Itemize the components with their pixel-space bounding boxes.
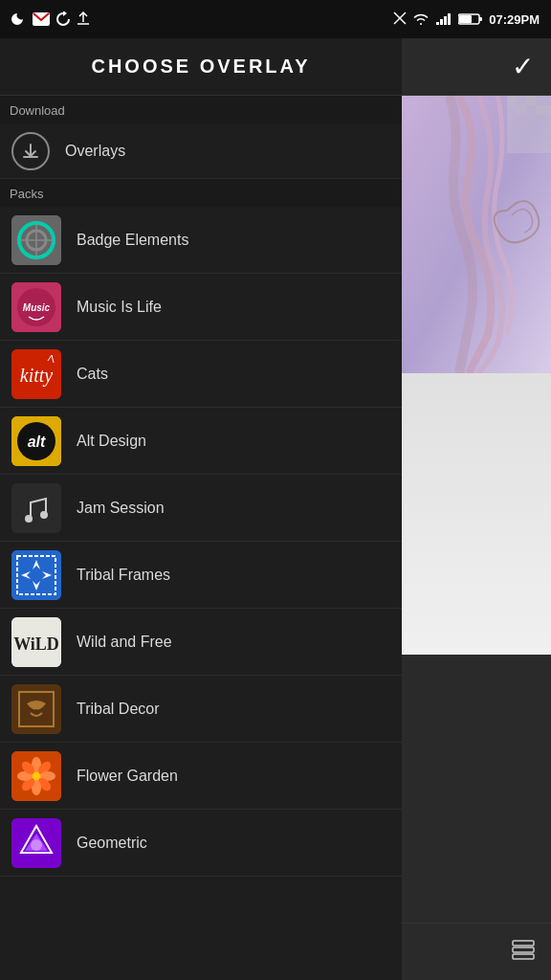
list-item[interactable]: kitty Cats — [0, 341, 402, 408]
signal-bars-icon — [435, 12, 452, 26]
svg-rect-56 — [513, 954, 534, 959]
jam-session-label: Jam Session — [77, 500, 165, 517]
svg-rect-6 — [448, 13, 451, 25]
cats-label: Cats — [77, 366, 108, 383]
tribal-frames-label: Tribal Frames — [77, 567, 170, 584]
page-title: CHOOSE OVERLAY — [91, 56, 310, 78]
preview-top-image — [402, 96, 551, 373]
geometric-label: Geometric — [77, 835, 147, 852]
overlay-list[interactable]: Download Overlays Packs — [0, 96, 402, 980]
download-overlays-item[interactable]: Overlays — [0, 123, 402, 179]
svg-rect-8 — [479, 17, 482, 21]
svg-rect-57 — [513, 947, 534, 952]
bottom-toolbar — [402, 923, 551, 980]
geometric-icon — [11, 818, 61, 868]
music-is-life-label: Music Is Life — [77, 299, 162, 316]
anime-preview-svg — [402, 96, 551, 373]
gmail-icon — [33, 12, 50, 26]
alt-design-icon: alt — [11, 416, 61, 466]
list-item[interactable]: Jam Session — [0, 475, 402, 542]
svg-rect-58 — [513, 941, 534, 946]
flower-garden-label: Flower Garden — [77, 768, 178, 785]
svg-rect-9 — [459, 15, 472, 23]
list-item[interactable]: Flower Garden — [0, 743, 402, 810]
list-item[interactable]: Geometric — [0, 810, 402, 877]
layers-icon[interactable] — [509, 939, 538, 966]
list-item[interactable]: WiLD Wild and Free — [0, 609, 402, 676]
svg-rect-52 — [507, 96, 517, 105]
cats-icon: kitty — [11, 349, 61, 399]
svg-point-49 — [31, 839, 42, 851]
tribal-decor-icon — [11, 684, 61, 734]
right-header: ✓ — [402, 38, 551, 96]
svg-text:Music: Music — [23, 302, 51, 313]
svg-text:kitty: kitty — [20, 365, 54, 387]
badge-elements-label: Badge Elements — [77, 232, 188, 249]
status-left-icons — [11, 11, 90, 27]
time-display: 07:29PM — [489, 12, 540, 27]
overlays-label: Overlays — [65, 143, 125, 160]
list-item[interactable]: Tribal Decor — [0, 676, 402, 743]
svg-point-24 — [25, 515, 33, 523]
list-item[interactable]: Tribal Frames — [0, 542, 402, 609]
right-panel: ✓ — [402, 38, 551, 980]
wild-and-free-label: Wild and Free — [77, 634, 172, 651]
svg-rect-26 — [11, 550, 61, 600]
alt-design-label: Alt Design — [77, 433, 146, 450]
svg-point-25 — [40, 511, 48, 519]
svg-text:alt: alt — [28, 434, 46, 450]
svg-rect-23 — [11, 483, 61, 533]
battery-icon — [458, 12, 483, 26]
refresh-icon — [55, 11, 71, 27]
tribal-frames-icon — [11, 550, 61, 600]
preview-bottom-area — [402, 373, 551, 655]
badge-elements-icon — [11, 215, 61, 265]
music-is-life-icon: Music — [11, 282, 61, 332]
svg-rect-54 — [526, 96, 536, 105]
upload-icon — [77, 11, 90, 27]
jam-session-icon — [11, 483, 61, 533]
flower-garden-icon — [11, 751, 61, 801]
list-item[interactable]: Music Music Is Life — [0, 274, 402, 341]
confirm-button[interactable]: ✓ — [512, 51, 534, 82]
svg-rect-4 — [440, 19, 443, 25]
overlay-header: CHOOSE OVERLAY — [0, 38, 402, 96]
tribal-decor-label: Tribal Decor — [77, 701, 160, 718]
svg-rect-53 — [517, 105, 526, 115]
left-panel: CHOOSE OVERLAY Download Overlays Packs — [0, 38, 402, 980]
list-item[interactable]: alt Alt Design — [0, 408, 402, 475]
download-icon — [11, 132, 50, 170]
status-bar: 07:29PM — [0, 0, 551, 38]
svg-rect-3 — [436, 22, 439, 25]
list-item[interactable]: Badge Elements — [0, 207, 402, 274]
svg-text:WiLD: WiLD — [13, 635, 59, 654]
svg-rect-55 — [536, 105, 551, 115]
wifi-icon — [412, 12, 430, 26]
download-section-label: Download — [0, 96, 402, 123]
packs-section-label: Packs — [0, 179, 402, 207]
wild-and-free-icon: WiLD — [11, 617, 61, 667]
svg-rect-5 — [444, 16, 447, 25]
signal-cross-icon — [393, 11, 407, 27]
status-right-icons: 07:29PM — [393, 11, 540, 27]
moon-icon — [11, 11, 27, 27]
